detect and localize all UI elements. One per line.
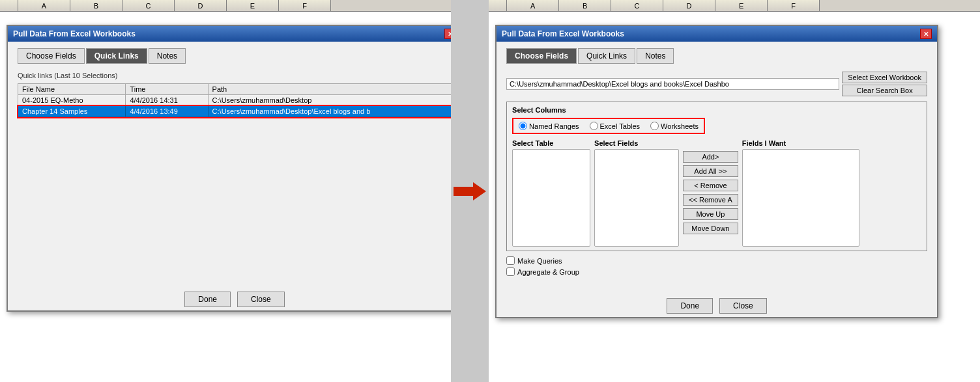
radio-worksheets-label: Worksheets xyxy=(661,122,699,130)
left-dialog-footer: Done Close xyxy=(8,286,461,310)
select-columns-group: Select Columns Named Ranges Excel Tables xyxy=(506,102,927,251)
path-buttons: Select Excel Workbook Clear Search Box xyxy=(842,72,927,96)
action-buttons: Add> Add All >> < Remove << Remove A Mov… xyxy=(683,139,738,247)
right-row-number-header xyxy=(489,0,507,11)
arrow-container xyxy=(451,0,489,382)
right-spreadsheet-header: A B C D E F xyxy=(489,0,980,12)
row2-time: 4/4/2016 13:49 xyxy=(126,106,208,117)
right-tab-notes[interactable]: Notes xyxy=(637,48,674,64)
row1-path: C:\Users\zmuhammad\Desktop xyxy=(208,95,451,106)
make-queries-checkbox[interactable] xyxy=(506,256,515,265)
radio-group: Named Ranges Excel Tables Worksheets xyxy=(512,118,705,134)
row1-filename: 04-2015 EQ-Metho xyxy=(18,95,126,106)
remove-all-button[interactable]: << Remove A xyxy=(683,194,738,206)
right-dialog-content: Choose Fields Quick Links Notes C:\Users… xyxy=(497,42,937,282)
right-col-d-header: D xyxy=(663,0,715,11)
right-col-e-header: E xyxy=(715,0,768,11)
move-up-button[interactable]: Move Up xyxy=(683,208,738,220)
col-f-header: F xyxy=(279,0,331,11)
select-table-label: Select Table xyxy=(512,139,590,147)
col-d-header: D xyxy=(175,0,227,11)
col-a-header: A xyxy=(18,0,70,11)
col-e-header: E xyxy=(227,0,279,11)
left-tab-quick-links[interactable]: Quick Links xyxy=(86,48,147,64)
right-col-b-header: B xyxy=(559,0,611,11)
left-close-button[interactable]: Close xyxy=(237,292,285,307)
right-done-button[interactable]: Done xyxy=(667,298,713,314)
select-excel-workbook-button[interactable]: Select Excel Workbook xyxy=(842,72,927,83)
left-dialog-titlebar: Pull Data From Excel Workbooks ✕ xyxy=(8,26,461,42)
add-button[interactable]: Add> xyxy=(683,151,738,163)
left-tab-choose-fields[interactable]: Choose Fields xyxy=(18,48,85,64)
left-dialog-content: Choose Fields Quick Links Notes Quick li… xyxy=(8,42,461,124)
col-b-header: B xyxy=(70,0,122,11)
right-tab-quick-links[interactable]: Quick Links xyxy=(578,48,635,64)
columns-area: Select Table Select Fields xyxy=(512,139,921,247)
select-fields-label: Select Fields xyxy=(594,139,679,147)
radio-worksheets[interactable]: Worksheets xyxy=(650,122,699,130)
right-dialog: Pull Data From Excel Workbooks ✕ Choose … xyxy=(495,25,938,318)
left-spreadsheet-header: A B C D E F xyxy=(0,0,451,12)
table-row-selected[interactable]: Chapter 14 Samples 4/4/2016 13:49 C:\Use… xyxy=(18,106,452,117)
radio-excel-tables-input[interactable] xyxy=(590,122,598,130)
col-c-header: C xyxy=(122,0,175,11)
remove-button[interactable]: < Remove xyxy=(683,180,738,191)
aggregate-group-checkbox[interactable] xyxy=(506,267,515,276)
row2-path: C:\Users\zmuhammad\Desktop\Excel blogs a… xyxy=(208,106,451,117)
move-down-button[interactable]: Move Down xyxy=(683,223,738,234)
left-tab-notes[interactable]: Notes xyxy=(149,48,186,64)
fields-i-want-listbox[interactable] xyxy=(742,149,859,247)
make-queries-label: Make Queries xyxy=(517,257,562,265)
radio-worksheets-input[interactable] xyxy=(650,122,659,130)
right-dialog-titlebar: Pull Data From Excel Workbooks ✕ xyxy=(497,26,937,42)
quick-links-table: File Name Time Path 04-2015 EQ-Metho 4/4… xyxy=(18,83,452,117)
select-fields-listbox[interactable] xyxy=(594,149,679,247)
right-dialog-title: Pull Data From Excel Workbooks xyxy=(502,29,624,38)
left-spreadsheet-body: Pull Data From Excel Workbooks ✕ Choose … xyxy=(0,12,451,382)
select-table-container: Select Table xyxy=(512,139,590,247)
left-dialog: Pull Data From Excel Workbooks ✕ Choose … xyxy=(7,25,463,312)
make-queries-checkbox-label[interactable]: Make Queries xyxy=(506,256,927,265)
arrow-head xyxy=(473,182,486,200)
radio-excel-tables[interactable]: Excel Tables xyxy=(590,122,641,130)
add-all-button[interactable]: Add All >> xyxy=(683,165,738,177)
radio-named-ranges[interactable]: Named Ranges xyxy=(519,122,579,130)
select-table-listbox[interactable] xyxy=(512,149,590,247)
clear-search-box-button[interactable]: Clear Search Box xyxy=(842,85,927,96)
aggregate-group-label: Aggregate & Group xyxy=(517,268,579,276)
aggregate-group-checkbox-label[interactable]: Aggregate & Group xyxy=(506,267,927,276)
right-arrow-icon xyxy=(454,182,486,200)
radio-excel-tables-label: Excel Tables xyxy=(600,122,641,130)
checkbox-area: Make Queries Aggregate & Group xyxy=(506,256,927,276)
radio-named-ranges-input[interactable] xyxy=(519,122,527,130)
fields-i-want-label: Fields I Want xyxy=(742,139,859,147)
path-row: C:\Users\zmuhammad\Desktop\Excel blogs a… xyxy=(506,72,927,96)
right-dialog-close-button[interactable]: ✕ xyxy=(920,29,932,39)
row2-filename: Chapter 14 Samples xyxy=(18,106,126,117)
left-done-button[interactable]: Done xyxy=(184,292,231,307)
right-col-a-header: A xyxy=(507,0,559,11)
right-close-button[interactable]: Close xyxy=(719,298,767,314)
right-col-c-header: C xyxy=(611,0,663,11)
select-fields-container: Select Fields xyxy=(594,139,679,247)
col-time-header: Time xyxy=(126,84,208,95)
left-tab-bar: Choose Fields Quick Links Notes xyxy=(18,48,452,64)
path-display: C:\Users\zmuhammad\Desktop\Excel blogs a… xyxy=(506,78,839,90)
right-dialog-footer: Done Close xyxy=(497,293,937,317)
left-dialog-wrapper: Pull Data From Excel Workbooks ✕ Choose … xyxy=(7,25,463,312)
right-dialog-wrapper: Pull Data From Excel Workbooks ✕ Choose … xyxy=(495,25,938,318)
radio-named-ranges-label: Named Ranges xyxy=(529,122,579,130)
right-panel: A B C D E F Pull Data From Excel Workboo… xyxy=(489,0,980,382)
left-panel: A B C D E F Pull Data From Excel Workboo… xyxy=(0,0,451,382)
right-tab-bar: Choose Fields Quick Links Notes xyxy=(506,48,927,64)
row-number-header xyxy=(0,0,18,11)
left-dialog-title: Pull Data From Excel Workbooks xyxy=(13,29,136,38)
right-col-f-header: F xyxy=(768,0,820,11)
row1-time: 4/4/2016 14:31 xyxy=(126,95,208,106)
right-tab-choose-fields[interactable]: Choose Fields xyxy=(506,48,577,64)
fields-i-want-container: Fields I Want xyxy=(742,139,859,247)
table-row[interactable]: 04-2015 EQ-Metho 4/4/2016 14:31 C:\Users… xyxy=(18,95,452,106)
arrow-shaft xyxy=(454,187,473,196)
col-filename-header: File Name xyxy=(18,84,126,95)
select-columns-label: Select Columns xyxy=(512,106,921,114)
